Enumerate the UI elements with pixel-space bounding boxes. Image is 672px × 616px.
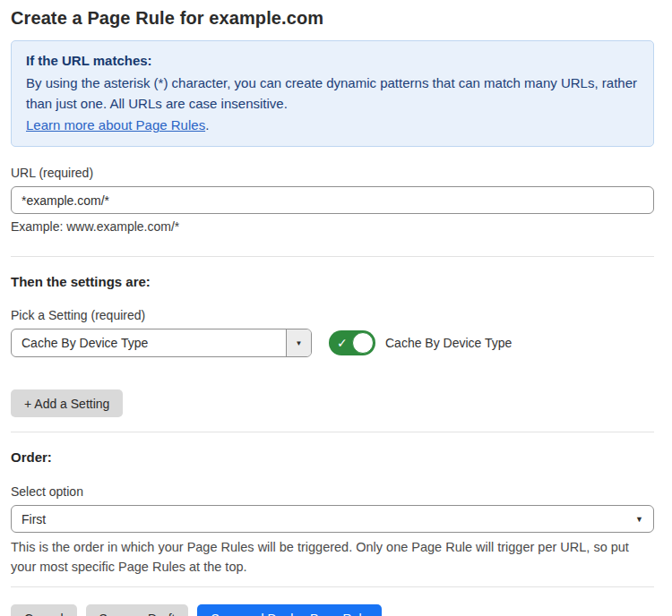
toggle-knob (352, 332, 374, 354)
check-icon: ✓ (337, 337, 348, 349)
url-example-text: Example: www.example.com/* (11, 219, 654, 235)
settings-section-heading: Then the settings are: (11, 273, 654, 291)
divider (11, 586, 654, 587)
info-box-heading: If the URL matches: (26, 51, 639, 71)
link-suffix: . (205, 117, 209, 133)
setting-select-value: Cache By Device Type (12, 329, 286, 356)
divider (11, 432, 654, 432)
chevron-down-icon: ▼ (296, 339, 303, 347)
setting-toggle[interactable]: ✓ (329, 330, 375, 355)
url-field-label: URL (required) (11, 166, 654, 181)
save-and-deploy-button[interactable]: Save and Deploy Page Rule (197, 604, 382, 616)
order-help-text: This is the order in which your Page Rul… (11, 537, 654, 577)
chevron-down-icon: ▼ (635, 515, 643, 524)
form-actions: Cancel Save as Draft Save and Deploy Pag… (11, 604, 654, 616)
create-page-rule-form: Create a Page Rule for example.com If th… (0, 0, 672, 616)
add-setting-button[interactable]: + Add a Setting (11, 389, 123, 417)
order-section-heading: Order: (11, 449, 654, 466)
cancel-button[interactable]: Cancel (11, 604, 77, 616)
setting-select[interactable]: Cache By Device Type ▼ (11, 329, 312, 357)
learn-more-link[interactable]: Learn more about Page Rules (26, 117, 205, 133)
divider (11, 256, 654, 257)
setting-select-arrow-button[interactable]: ▼ (286, 329, 311, 356)
info-box-body: By using the asterisk (*) character, you… (26, 73, 639, 114)
setting-picker-label: Pick a Setting (required) (11, 308, 654, 323)
save-as-draft-button[interactable]: Save as Draft (86, 604, 189, 616)
info-box-link-row: Learn more about Page Rules. (26, 115, 639, 135)
order-select-label: Select option (11, 484, 654, 500)
order-select-value: First (22, 512, 46, 526)
setting-row: Cache By Device Type ▼ ✓ Cache By Device… (11, 329, 654, 357)
order-select[interactable]: First ▼ (11, 505, 654, 533)
url-match-info-box: If the URL matches: By using the asteris… (11, 40, 654, 147)
url-input[interactable] (11, 186, 654, 214)
setting-toggle-label: Cache By Device Type (385, 336, 512, 350)
page-title: Create a Page Rule for example.com (11, 5, 654, 30)
